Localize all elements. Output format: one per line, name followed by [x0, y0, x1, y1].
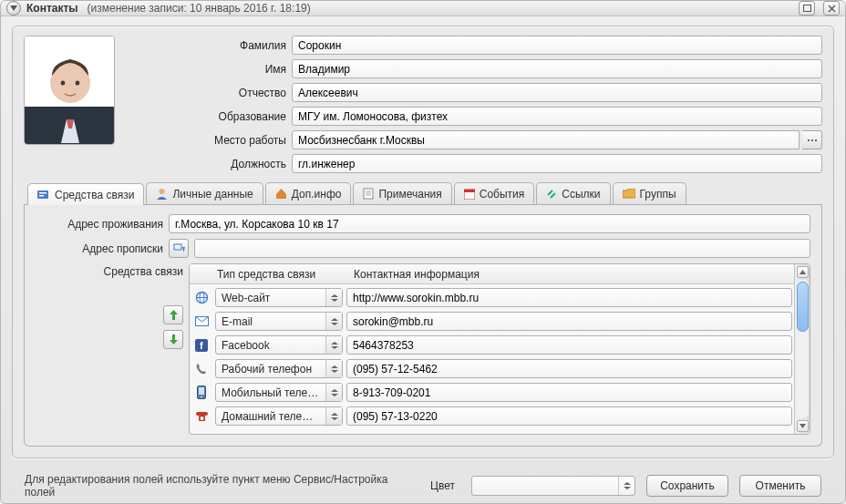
color-combo[interactable] — [471, 476, 635, 496]
comm-value-input[interactable] — [346, 312, 792, 331]
comm-type-label: Web-сайт — [216, 292, 325, 304]
svg-rect-10 — [815, 139, 817, 141]
cancel-button-label: Отменить — [756, 479, 806, 492]
tab-personal-label: Личные данные — [172, 188, 253, 201]
comm-type-combo[interactable]: Рабочий телефон — [215, 359, 343, 378]
person-icon — [156, 188, 168, 200]
svg-rect-31 — [196, 412, 208, 416]
comm-type-label: Домашний телефон — [216, 410, 325, 423]
caret-up-icon — [800, 270, 806, 274]
calendar-icon — [464, 189, 475, 200]
label-surname: Фамилия — [131, 39, 286, 52]
save-button[interactable]: Сохранить — [646, 475, 728, 497]
contact-photo[interactable] — [24, 36, 115, 145]
cancel-button[interactable]: Отменить — [739, 475, 821, 497]
comm-type-combo[interactable]: Домашний телефон — [215, 406, 343, 426]
svg-rect-19 — [464, 190, 475, 200]
comm-value-input[interactable] — [346, 383, 792, 402]
input-surname[interactable] — [292, 36, 822, 55]
svg-rect-13 — [39, 195, 44, 197]
window-subtitle: (изменение записи: 10 январь 2016 г. 18:… — [88, 2, 311, 15]
input-addr-reg[interactable] — [194, 239, 810, 258]
maximize-button[interactable] — [799, 1, 815, 15]
main-panel: Фамилия Имя Отчество Образование — [12, 26, 834, 458]
link-icon — [546, 189, 557, 200]
label-education: Образование — [131, 110, 286, 123]
color-dropdown-button[interactable] — [618, 477, 634, 495]
comm-scrollbar[interactable] — [794, 264, 810, 434]
svg-point-7 — [76, 80, 80, 85]
scroll-down-button[interactable] — [797, 420, 809, 432]
comm-value-input[interactable] — [346, 335, 792, 355]
titlebar: Контакты (изменение записи: 10 январь 20… — [1, 1, 845, 16]
move-up-button[interactable] — [163, 305, 183, 324]
input-position[interactable] — [292, 154, 822, 173]
scroll-track[interactable] — [797, 280, 809, 418]
label-position: Должность — [131, 158, 286, 170]
tab-pane-comm: Адрес проживания Адрес прописки Средства… — [24, 205, 822, 447]
body: Фамилия Имя Отчество Образование — [1, 16, 845, 504]
svg-text:f: f — [200, 340, 203, 351]
move-down-button[interactable] — [163, 330, 183, 349]
house-icon — [275, 188, 287, 200]
tab-extra-label: Доп.инфо — [292, 188, 342, 201]
folder-icon — [623, 189, 635, 199]
tab-links[interactable]: Ссылки — [536, 182, 610, 204]
comm-value-input[interactable] — [346, 406, 792, 426]
window-menu-button[interactable] — [6, 1, 21, 15]
work-picker-button[interactable] — [802, 130, 822, 149]
svg-rect-12 — [39, 192, 46, 194]
comm-table: Тип средства связи Контактная информация… — [189, 263, 810, 435]
combo-dropdown-button[interactable] — [325, 360, 342, 377]
tab-events[interactable]: События — [454, 182, 535, 204]
svg-rect-0 — [803, 5, 810, 12]
tab-comm[interactable]: Средства связи — [27, 183, 144, 205]
input-name[interactable] — [292, 59, 822, 78]
input-patronym[interactable] — [292, 83, 822, 102]
input-education[interactable] — [292, 107, 822, 126]
color-label: Цвет — [430, 479, 455, 492]
comm-type-combo[interactable]: Web-сайт — [215, 288, 343, 307]
comm-type-combo[interactable]: E-mail — [215, 312, 343, 331]
copy-addr-button[interactable] — [169, 239, 189, 258]
input-addr-live[interactable] — [169, 214, 810, 233]
scroll-thumb[interactable] — [797, 282, 809, 332]
svg-point-6 — [61, 80, 66, 85]
comm-type-label: Facebook — [216, 339, 325, 352]
comm-row: Мобильный телефон — [191, 383, 792, 402]
label-name: Имя — [131, 63, 286, 76]
svg-rect-8 — [808, 139, 810, 141]
label-comm: Средства связи — [104, 265, 183, 278]
label-work: Место работы — [131, 134, 286, 147]
label-patronym: Отчество — [131, 87, 286, 99]
tab-extra[interactable]: Доп.инфо — [265, 182, 352, 204]
svg-rect-21 — [174, 244, 181, 250]
svg-rect-20 — [464, 190, 475, 192]
svg-point-14 — [160, 189, 165, 194]
close-button[interactable] — [823, 1, 840, 15]
comm-type-label: E-mail — [216, 315, 325, 328]
input-work[interactable] — [292, 130, 800, 149]
tab-notes[interactable]: Примечания — [353, 182, 451, 204]
comm-value-input[interactable] — [346, 359, 792, 378]
window-title: Контакты — [26, 2, 78, 15]
svg-rect-29 — [199, 387, 204, 395]
combo-dropdown-button[interactable] — [325, 313, 342, 330]
arrow-up-icon — [170, 310, 178, 320]
tab-personal[interactable]: Личные данные — [146, 182, 263, 204]
phone-card-icon — [37, 190, 50, 201]
ellipsis-icon — [808, 136, 817, 145]
comm-type-combo[interactable]: Facebook — [215, 335, 343, 355]
comm-row: fFacebook — [191, 335, 792, 355]
scroll-up-button[interactable] — [797, 266, 809, 278]
comm-type-combo[interactable]: Мобильный телефон — [215, 383, 343, 402]
combo-dropdown-button[interactable] — [325, 407, 342, 425]
combo-dropdown-button[interactable] — [325, 336, 342, 354]
svg-rect-9 — [811, 139, 813, 141]
tab-groups[interactable]: Группы — [613, 182, 686, 204]
combo-dropdown-button[interactable] — [325, 384, 342, 401]
comm-row: Домашний телефон — [191, 406, 792, 426]
combo-dropdown-button[interactable] — [325, 289, 342, 306]
comm-value-input[interactable] — [346, 288, 792, 307]
comm-head-info: Контактная информация — [350, 268, 794, 281]
